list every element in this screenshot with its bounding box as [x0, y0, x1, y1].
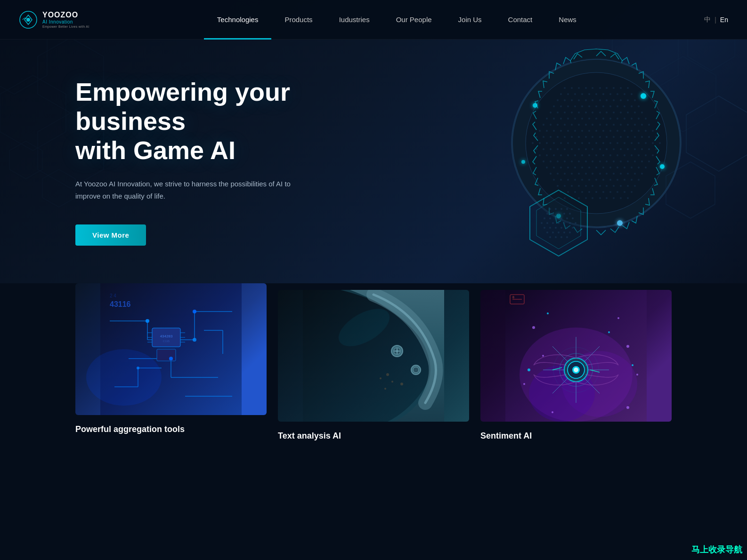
- svg-point-137: [574, 105, 576, 107]
- svg-point-286: [655, 136, 657, 138]
- svg-point-247: [592, 197, 593, 199]
- svg-point-81: [624, 154, 625, 156]
- svg-point-109: [634, 148, 636, 150]
- svg-point-64: [588, 167, 590, 168]
- card-sentiment-image: 8: [480, 290, 672, 422]
- svg-point-401: [542, 355, 544, 357]
- svg-point-76: [595, 118, 597, 120]
- svg-point-115: [609, 179, 611, 181]
- svg-point-32: [602, 130, 604, 132]
- svg-point-291: [556, 214, 561, 218]
- svg-point-159: [564, 173, 566, 175]
- svg-point-268: [560, 93, 562, 95]
- nav-item-join-us[interactable]: Join Us: [445, 0, 495, 40]
- svg-point-46: [578, 136, 580, 138]
- svg-point-244: [613, 197, 615, 199]
- hero-cta-button[interactable]: View More: [75, 224, 146, 246]
- svg-point-38: [578, 148, 580, 150]
- svg-marker-294: [536, 197, 581, 249]
- svg-point-255: [550, 173, 552, 175]
- svg-rect-350: [157, 349, 176, 361]
- svg-point-405: [552, 411, 553, 413]
- svg-point-130: [620, 112, 622, 113]
- svg-point-280: [634, 99, 636, 101]
- svg-point-35: [617, 142, 618, 144]
- svg-point-216: [564, 99, 566, 101]
- svg-point-323: [555, 236, 557, 238]
- svg-point-199: [581, 191, 583, 193]
- svg-point-301: [555, 217, 557, 219]
- svg-point-154: [592, 185, 593, 187]
- svg-point-287: [641, 93, 646, 99]
- svg-point-96: [567, 130, 569, 132]
- svg-point-29: [602, 154, 604, 156]
- svg-point-404: [636, 374, 638, 376]
- svg-point-124: [560, 154, 562, 156]
- svg-point-43: [599, 160, 601, 162]
- svg-point-45: [613, 136, 615, 138]
- svg-point-191: [631, 179, 633, 181]
- svg-point-259: [536, 148, 537, 150]
- svg-point-139: [567, 118, 569, 120]
- svg-point-189: [638, 167, 640, 168]
- svg-point-62: [581, 167, 583, 168]
- svg-point-310: [558, 232, 560, 233]
- svg-point-121: [571, 173, 573, 175]
- svg-point-28: [585, 136, 587, 138]
- svg-point-269: [564, 87, 566, 89]
- svg-point-63: [602, 167, 604, 168]
- svg-point-161: [557, 160, 559, 162]
- svg-point-52: [592, 124, 593, 126]
- svg-point-226: [627, 99, 629, 101]
- lang-zh[interactable]: 中: [704, 16, 711, 24]
- nav-item-products[interactable]: Products: [271, 0, 325, 40]
- svg-point-26: [585, 148, 587, 150]
- svg-point-256: [546, 167, 548, 168]
- navbar: YOOZOO AI Innovation Empower Better Live…: [0, 0, 747, 40]
- svg-point-107: [638, 142, 640, 144]
- svg-point-320: [566, 236, 568, 238]
- svg-point-114: [617, 179, 618, 181]
- svg-point-302: [569, 222, 571, 224]
- svg-point-42: [585, 160, 587, 162]
- nav-item-news[interactable]: News: [545, 0, 590, 40]
- svg-point-93: [627, 136, 629, 138]
- svg-point-51: [599, 124, 601, 126]
- svg-point-34: [595, 130, 597, 132]
- svg-point-328: [566, 208, 568, 210]
- nav-item-technologies[interactable]: Technologies: [204, 0, 272, 40]
- logo[interactable]: YOOZOO AI Innovation Empower Better Live…: [19, 10, 89, 29]
- svg-point-33: [588, 130, 590, 132]
- svg-point-167: [557, 124, 559, 126]
- svg-point-166: [553, 130, 555, 132]
- svg-point-181: [631, 118, 633, 120]
- svg-point-296: [563, 222, 565, 224]
- svg-point-213: [553, 118, 555, 120]
- svg-point-408: [608, 331, 610, 333]
- svg-point-50: [585, 124, 587, 126]
- svg-point-263: [543, 124, 544, 126]
- card-sentiment-title: Sentiment AI: [480, 431, 672, 441]
- svg-point-184: [641, 136, 643, 138]
- svg-point-325: [544, 217, 545, 219]
- svg-point-321: [549, 236, 551, 238]
- card-text-image: [278, 290, 469, 422]
- svg-point-396: [574, 368, 578, 372]
- svg-point-112: [624, 167, 625, 168]
- nav-item-industries[interactable]: Iudustries: [326, 0, 383, 40]
- nav-item-our-people[interactable]: Our People: [383, 0, 445, 40]
- nav-item-contact[interactable]: Contact: [495, 0, 546, 40]
- svg-point-125: [557, 148, 559, 150]
- svg-point-180: [627, 112, 629, 113]
- svg-point-222: [602, 93, 604, 95]
- svg-point-200: [574, 191, 576, 193]
- svg-point-88: [578, 173, 580, 175]
- svg-point-82: [567, 154, 569, 156]
- svg-point-122: [567, 167, 569, 168]
- svg-point-163: [550, 148, 552, 150]
- svg-point-315: [541, 222, 543, 224]
- lang-en[interactable]: En: [720, 16, 728, 24]
- svg-point-30: [588, 154, 590, 156]
- svg-point-147: [631, 167, 633, 168]
- svg-point-57: [617, 154, 618, 156]
